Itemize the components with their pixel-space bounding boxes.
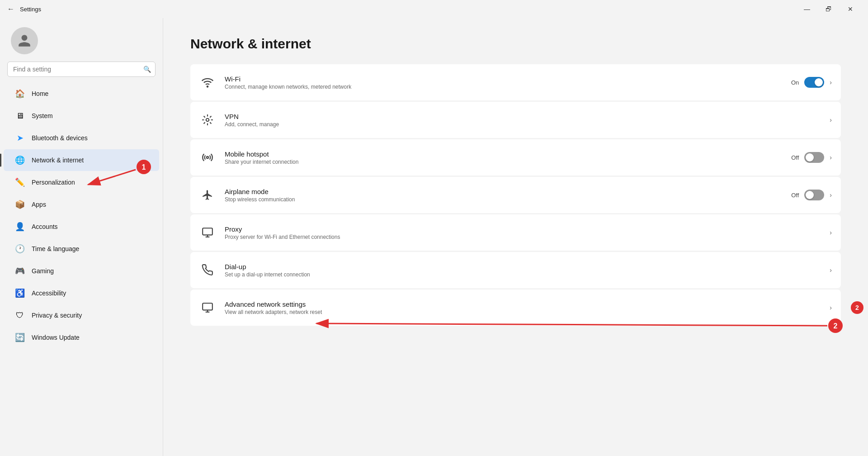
sidebar-item-personalization[interactable]: ✏️ Personalization bbox=[4, 171, 159, 193]
back-button[interactable]: ← bbox=[7, 5, 14, 13]
wifi-card[interactable]: Wi-Fi Connect, manage known networks, me… bbox=[190, 64, 841, 100]
time-icon: 🕐 bbox=[14, 243, 25, 254]
airplane-title: Airplane mode bbox=[225, 188, 782, 195]
gaming-icon: 🎮 bbox=[14, 266, 25, 276]
hotspot-chevron: › bbox=[830, 154, 832, 161]
sidebar-label-home: Home bbox=[32, 90, 48, 97]
dialup-subtitle: Set up a dial-up internet connection bbox=[225, 271, 821, 278]
wifi-text: Wi-Fi Connect, manage known networks, me… bbox=[225, 75, 782, 90]
proxy-text: Proxy Proxy server for Wi-Fi and Etherne… bbox=[225, 225, 821, 240]
proxy-icon bbox=[199, 224, 216, 241]
dialup-icon bbox=[199, 262, 216, 278]
advanced-card[interactable]: Advanced network settings View all netwo… bbox=[190, 290, 841, 326]
hotspot-controls: Off › bbox=[791, 152, 832, 163]
vpn-icon bbox=[199, 112, 216, 128]
proxy-card[interactable]: Proxy Proxy server for Wi-Fi and Etherne… bbox=[190, 214, 841, 251]
update-icon: 🔄 bbox=[14, 332, 25, 343]
wifi-toggle-label: On bbox=[791, 79, 799, 86]
settings-list: Wi-Fi Connect, manage known networks, me… bbox=[190, 64, 841, 326]
sidebar-item-update[interactable]: 🔄 Windows Update bbox=[4, 327, 159, 348]
wifi-chevron: › bbox=[830, 79, 832, 86]
accessibility-icon: ♿ bbox=[14, 288, 25, 299]
advanced-text: Advanced network settings View all netwo… bbox=[225, 300, 821, 315]
hotspot-title: Mobile hotspot bbox=[225, 150, 782, 158]
vpn-text: VPN Add, connect, manage bbox=[225, 113, 821, 128]
proxy-chevron: › bbox=[830, 229, 832, 236]
vpn-chevron: › bbox=[830, 116, 832, 124]
personalization-icon: ✏️ bbox=[14, 177, 25, 188]
hotspot-text: Mobile hotspot Share your internet conne… bbox=[225, 150, 782, 165]
airplane-chevron: › bbox=[830, 191, 832, 199]
title-bar-controls: — 🗗 ✕ bbox=[797, 2, 861, 16]
airplane-card[interactable]: Airplane mode Stop wireless communicatio… bbox=[190, 177, 841, 213]
dialup-controls: › bbox=[830, 266, 832, 274]
sidebar-label-system: System bbox=[32, 112, 53, 119]
dialup-title: Dial-up bbox=[225, 263, 821, 271]
hotspot-card[interactable]: Mobile hotspot Share your internet conne… bbox=[190, 139, 841, 176]
airplane-toggle[interactable] bbox=[804, 190, 824, 200]
app-title: Settings bbox=[20, 6, 41, 13]
vpn-title: VPN bbox=[225, 113, 821, 120]
hotspot-toggle-knob bbox=[806, 153, 814, 162]
page-title: Network & internet bbox=[190, 36, 841, 52]
sidebar-item-system[interactable]: 🖥 System bbox=[4, 105, 159, 127]
sidebar-label-privacy: Privacy & security bbox=[32, 312, 82, 319]
system-icon: 🖥 bbox=[14, 110, 25, 121]
user-profile[interactable] bbox=[0, 18, 163, 62]
sidebar-item-gaming[interactable]: 🎮 Gaming bbox=[4, 260, 159, 282]
vpn-card[interactable]: VPN Add, connect, manage › bbox=[190, 102, 841, 138]
close-button[interactable]: ✕ bbox=[840, 2, 861, 16]
wifi-toggle-knob bbox=[815, 78, 823, 86]
sidebar-label-apps: Apps bbox=[32, 201, 46, 208]
airplane-icon bbox=[199, 187, 216, 203]
hotspot-toggle-label: Off bbox=[791, 154, 799, 161]
advanced-icon bbox=[199, 299, 216, 316]
hotspot-icon bbox=[199, 149, 216, 166]
network-icon: 🌐 bbox=[14, 155, 25, 166]
dialup-card[interactable]: Dial-up Set up a dial-up internet connec… bbox=[190, 252, 841, 288]
sidebar-label-network: Network & internet bbox=[32, 157, 84, 164]
sidebar-label-time: Time & language bbox=[32, 245, 79, 252]
minimize-button[interactable]: — bbox=[797, 2, 817, 16]
sidebar-item-time[interactable]: 🕐 Time & language bbox=[4, 238, 159, 260]
accounts-icon: 👤 bbox=[14, 221, 25, 232]
svg-rect-3 bbox=[203, 228, 212, 235]
search-box[interactable]: 🔍 bbox=[7, 62, 156, 77]
main-layout: 🔍 🏠 Home 🖥 System ➤ Bluetooth & devices … bbox=[0, 18, 868, 456]
privacy-icon: 🛡 bbox=[14, 310, 25, 321]
restore-button[interactable]: 🗗 bbox=[818, 2, 839, 16]
sidebar-label-accessibility: Accessibility bbox=[32, 290, 66, 297]
sidebar-item-accounts[interactable]: 👤 Accounts bbox=[4, 216, 159, 238]
hotspot-toggle[interactable] bbox=[804, 152, 824, 163]
airplane-controls: Off › bbox=[791, 190, 832, 200]
wifi-toggle[interactable] bbox=[804, 77, 824, 88]
title-bar-left: ← Settings bbox=[7, 5, 41, 13]
home-icon: 🏠 bbox=[14, 88, 25, 99]
vpn-subtitle: Add, connect, manage bbox=[225, 121, 821, 128]
sidebar-label-gaming: Gaming bbox=[32, 267, 54, 275]
svg-point-1 bbox=[206, 119, 209, 122]
person-icon bbox=[17, 33, 32, 48]
sidebar-label-personalization: Personalization bbox=[32, 179, 75, 186]
sidebar-item-privacy[interactable]: 🛡 Privacy & security bbox=[4, 304, 159, 326]
sidebar-item-apps[interactable]: 📦 Apps bbox=[4, 194, 159, 215]
advanced-subtitle: View all network adapters, network reset bbox=[225, 309, 821, 315]
annotation-badge-2: 2 bbox=[851, 301, 863, 314]
sidebar-item-home[interactable]: 🏠 Home bbox=[4, 83, 159, 104]
wifi-title: Wi-Fi bbox=[225, 75, 782, 83]
airplane-toggle-knob bbox=[806, 191, 814, 199]
sidebar-item-accessibility[interactable]: ♿ Accessibility bbox=[4, 282, 159, 304]
sidebar-label-bluetooth: Bluetooth & devices bbox=[32, 134, 88, 142]
airplane-subtitle: Stop wireless communication bbox=[225, 196, 782, 203]
sidebar-item-bluetooth[interactable]: ➤ Bluetooth & devices 1 bbox=[4, 127, 159, 149]
search-input[interactable] bbox=[7, 62, 156, 77]
sidebar-item-network[interactable]: 🌐 Network & internet bbox=[4, 149, 159, 171]
wifi-icon bbox=[199, 74, 216, 90]
sidebar-label-accounts: Accounts bbox=[32, 223, 58, 230]
dialup-text: Dial-up Set up a dial-up internet connec… bbox=[225, 263, 821, 278]
vpn-controls: › bbox=[830, 116, 832, 124]
airplane-text: Airplane mode Stop wireless communicatio… bbox=[225, 188, 782, 203]
airplane-toggle-label: Off bbox=[791, 192, 799, 199]
sidebar-nav: 🏠 Home 🖥 System ➤ Bluetooth & devices 1 … bbox=[0, 82, 163, 447]
apps-icon: 📦 bbox=[14, 199, 25, 210]
